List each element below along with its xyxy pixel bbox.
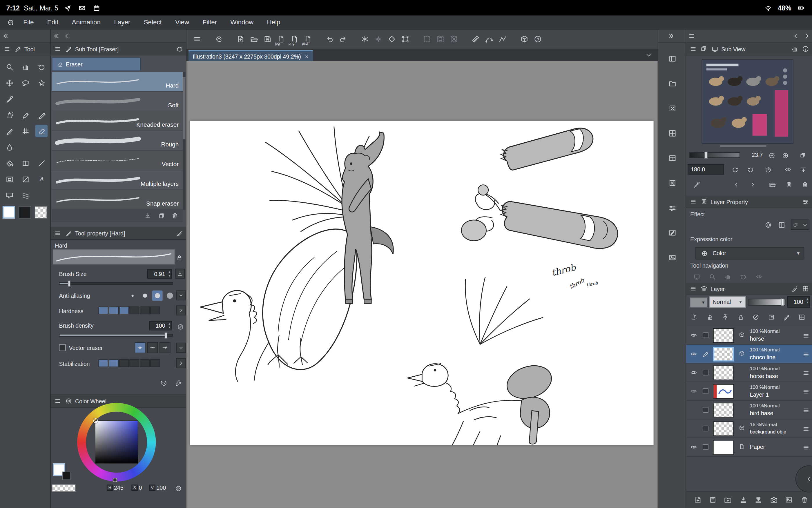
- dock-reference-icon[interactable]: [666, 251, 678, 263]
- invert-selection-icon[interactable]: [434, 33, 446, 45]
- reset-rotation-icon[interactable]: [763, 164, 773, 175]
- zoom-tool-icon[interactable]: [3, 60, 16, 73]
- eyedropper-tool-icon[interactable]: [3, 93, 16, 105]
- subtool-group-eraser[interactable]: Eraser: [52, 57, 141, 71]
- brush-size-slider[interactable]: [59, 282, 173, 285]
- layer-grip-icon[interactable]: [801, 386, 811, 397]
- brush-density-value[interactable]: 100▲▼: [149, 321, 172, 330]
- collapse-panel-icon[interactable]: [0, 31, 10, 41]
- tab-list-icon[interactable]: [643, 50, 654, 60]
- subview-zoom-in-icon[interactable]: [780, 150, 790, 161]
- layer-checkbox[interactable]: [703, 370, 709, 376]
- deselect-icon[interactable]: [447, 33, 460, 45]
- layer-checkbox[interactable]: [703, 444, 709, 450]
- anti-aliasing-none-option[interactable]: [127, 291, 138, 301]
- layer-visibility-icon[interactable]: [688, 348, 698, 359]
- anti-aliasing-weak-option[interactable]: [140, 291, 150, 301]
- layer-visibility-icon[interactable]: [688, 330, 698, 340]
- subview-info-icon[interactable]: i: [800, 44, 811, 54]
- layer-grip-icon[interactable]: [801, 368, 811, 378]
- brush-tool-icon[interactable]: [3, 125, 16, 137]
- save-file-icon[interactable]: [261, 33, 273, 45]
- layer-view-icon[interactable]: [800, 284, 811, 294]
- layer-property-options-icon[interactable]: [800, 197, 811, 207]
- brush-size-value[interactable]: 0.91▲▼: [147, 269, 172, 279]
- merge-down-icon[interactable]: [752, 494, 764, 506]
- nav-zoom-icon[interactable]: [707, 271, 717, 282]
- layer-thumbnail[interactable]: [713, 384, 734, 399]
- guide-snap-icon[interactable]: [385, 33, 398, 45]
- layer-search-icon[interactable]: [789, 284, 800, 294]
- layer-thumbnail[interactable]: [713, 347, 734, 361]
- layer-grip-icon[interactable]: [801, 405, 811, 415]
- rotate-canvas-tool-icon[interactable]: [35, 60, 48, 73]
- right-panel-menu-icon[interactable]: [686, 31, 696, 41]
- layer-checkbox[interactable]: [703, 426, 709, 431]
- fill-tool-icon[interactable]: [3, 157, 16, 169]
- airbrush-tool-icon[interactable]: [3, 109, 16, 121]
- redo-icon[interactable]: [337, 33, 349, 45]
- auto-select-tool-icon[interactable]: [35, 77, 48, 89]
- rotate-ccw-icon[interactable]: [730, 164, 740, 175]
- subview-zoom-out-icon[interactable]: [766, 150, 777, 161]
- contour-tool-icon[interactable]: [19, 173, 32, 185]
- dock-pen-settings-icon[interactable]: [666, 226, 678, 239]
- pin-layer-icon[interactable]: [720, 312, 730, 322]
- menu-filter[interactable]: Filter: [196, 18, 224, 26]
- subtool-item-hard[interactable]: Hard: [52, 72, 183, 92]
- main-color-swatch[interactable]: [3, 206, 15, 219]
- anti-aliasing-expand-button[interactable]: [176, 291, 186, 300]
- duplicate-subtool-icon[interactable]: [156, 210, 166, 221]
- figure-tool-icon[interactable]: [35, 157, 48, 169]
- polyline-ruler-icon[interactable]: [496, 33, 509, 45]
- dock-workspace-icon[interactable]: [666, 152, 678, 164]
- lasso-tool-icon[interactable]: [19, 77, 32, 89]
- collapse-controls-icon[interactable]: [798, 164, 809, 175]
- subtool-item-multiple-layers[interactable]: Multiple layers: [52, 170, 183, 190]
- subtool-scrollbar[interactable]: [183, 72, 185, 210]
- color-wheel-menu-icon[interactable]: [52, 396, 62, 406]
- remove-image-icon[interactable]: [800, 179, 810, 189]
- subview-reference-image[interactable]: [702, 59, 794, 144]
- expression-color-dropdown[interactable]: Color ▼: [695, 247, 804, 259]
- menu-select[interactable]: Select: [137, 18, 168, 26]
- subtool-item-snap-eraser[interactable]: Snap eraser: [52, 190, 183, 210]
- anti-aliasing-strong-option[interactable]: [165, 291, 175, 301]
- layer-row-paper[interactable]: Paper: [686, 438, 812, 457]
- layer-checkbox[interactable]: [703, 407, 709, 413]
- layer-row-background-object[interactable]: 16 %Normalbackground obje: [686, 419, 812, 438]
- vector-eraser-checkbox[interactable]: [59, 344, 66, 351]
- menu-animation[interactable]: Animation: [65, 18, 107, 26]
- effect-options-button[interactable]: [791, 219, 809, 230]
- subtool-item-soft[interactable]: Soft: [52, 92, 183, 111]
- subview-scrollbar[interactable]: [720, 145, 766, 147]
- transfer-down-icon[interactable]: [737, 494, 750, 506]
- copy-image-icon[interactable]: [783, 179, 794, 189]
- gradient-tool-icon[interactable]: [19, 157, 32, 169]
- layer-visibility-icon[interactable]: [688, 441, 698, 452]
- move-tool-icon[interactable]: [3, 77, 16, 89]
- subtool-panel-menu-icon[interactable]: [52, 44, 62, 54]
- balloon-tool-icon[interactable]: [3, 189, 16, 202]
- vector-eraser-expand-button[interactable]: [176, 343, 186, 352]
- layer-thumbnail[interactable]: [713, 403, 734, 417]
- sv-marker[interactable]: [93, 418, 98, 423]
- nav-flip-icon[interactable]: [754, 271, 764, 282]
- export-jpg-button[interactable]: jpg: [274, 33, 287, 45]
- edit-brush-icon[interactable]: [174, 228, 184, 239]
- subtool-item-vector[interactable]: Vector: [52, 151, 183, 170]
- pen-tool-icon[interactable]: [19, 109, 32, 121]
- canvas-viewport[interactable]: throb throb throb: [186, 61, 658, 508]
- select-area-icon[interactable]: [421, 33, 433, 45]
- layer-row-layer-1[interactable]: 100 %NormalLayer 1: [686, 382, 812, 401]
- canvas-page[interactable]: throb throb throb: [190, 121, 653, 446]
- export-psd-button[interactable]: psd: [301, 33, 314, 45]
- subview-eyedropper-icon[interactable]: [691, 179, 702, 189]
- prev-panel-icon[interactable]: [790, 31, 801, 41]
- layer-grip-icon[interactable]: [801, 330, 811, 341]
- frame-border-tool-icon[interactable]: [3, 173, 16, 185]
- ruler-pen-icon[interactable]: [781, 312, 792, 322]
- dock-material-icon[interactable]: [666, 77, 678, 90]
- open-clip-studio-icon[interactable]: [212, 33, 225, 45]
- subview-pan-icon[interactable]: [789, 44, 800, 54]
